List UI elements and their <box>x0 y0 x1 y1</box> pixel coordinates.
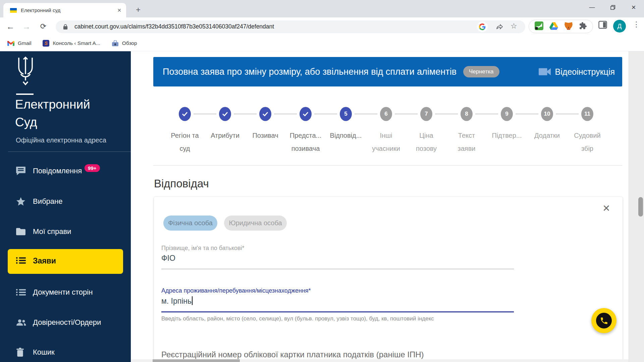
sidebar-item-favorites[interactable]: Вибране <box>0 193 131 209</box>
ukraine-flag-favicon <box>10 8 17 13</box>
list-icon <box>16 288 26 296</box>
side-panel-icon[interactable] <box>598 21 607 30</box>
bookmark-label: Gmail <box>18 40 31 46</box>
stepper-step-10[interactable]: 10 Додатки <box>527 107 567 142</box>
main-content: Позовна заява про зміну розміру, або зві… <box>131 51 644 362</box>
window-controls: — ✕ <box>582 0 644 15</box>
share-icon[interactable] <box>496 23 504 32</box>
vertical-scrollbar-thumb[interactable] <box>638 197 643 217</box>
address-underline <box>161 311 514 312</box>
stepper-step-11[interactable]: 11 Судовийзбір <box>567 107 607 155</box>
stepper-step-7[interactable]: 7 Цінапозову <box>406 107 446 155</box>
person-type-legal-button[interactable]: Юридична особа <box>224 216 287 231</box>
google-g-icon[interactable] <box>477 21 488 32</box>
text-cursor <box>192 296 193 305</box>
sidebar-item-label: Довіреності/Ордери <box>33 318 101 327</box>
person-type-physical-button[interactable]: Фізична особа <box>163 216 217 231</box>
bookmark-gmail[interactable]: Gmail <box>7 40 31 46</box>
address-input[interactable]: м. Ірпінь <box>161 296 193 306</box>
claim-banner: Позовна заява про зміну розміру, або зві… <box>153 57 622 86</box>
star-icon <box>16 196 26 206</box>
folder-icon <box>16 228 26 236</box>
logo-divider <box>16 94 34 95</box>
card-close-icon[interactable]: ✕ <box>602 203 610 214</box>
sidebar-item-label: Кошик <box>33 348 55 357</box>
gmail-icon <box>7 41 14 46</box>
forward-button[interactable]: → <box>21 21 32 32</box>
sidebar-item-messages[interactable]: Повідомлення99+ <box>0 163 131 179</box>
stepper-step-6[interactable]: 6 Іншіучасники <box>366 107 406 155</box>
url-text[interactable]: cabinet.court.gov.ua/claims/f32b4dd3510f… <box>74 23 274 30</box>
tab-title: Електронний суд <box>21 7 114 13</box>
sidebar-item-label: Мої справи <box>33 227 71 236</box>
extensions-group <box>529 20 593 33</box>
sidebar-item-label: Вибране <box>33 197 62 206</box>
bookmark-label: Консоль ‹ Smart A... <box>53 40 100 46</box>
google-drive-icon[interactable] <box>549 22 558 31</box>
smart-console-icon: S <box>43 40 49 47</box>
bookmark-obzor[interactable]: Обзор <box>112 40 137 47</box>
trash-icon <box>16 348 26 357</box>
fullname-input[interactable]: ФІО <box>161 254 175 263</box>
back-button[interactable]: ← <box>5 21 16 32</box>
restore-button[interactable] <box>602 0 623 15</box>
claim-title: Позовна заява про зміну розміру, або зві… <box>163 67 457 77</box>
new-tab-button[interactable]: + <box>133 5 144 15</box>
browser-tab-strip: Електронний суд ✕ + — ✕ <box>0 0 644 17</box>
people-icon <box>16 319 26 326</box>
app-window: Електронний суд ✕ + — ✕ ← → ⟳ cabinet.co… <box>0 0 644 362</box>
address-label: Адреса проживання/перебування/місцезнахо… <box>161 287 311 294</box>
bookmark-label: Обзор <box>122 40 137 46</box>
stepper-step-9[interactable]: 9 Підтвер... <box>487 107 527 142</box>
bookmark-smart-console[interactable]: S Консоль ‹ Smart A... <box>43 40 100 47</box>
stepper-step-8[interactable]: 8 Текстзаяви <box>446 107 487 155</box>
tab-close-icon[interactable]: ✕ <box>117 7 121 13</box>
close-window-button[interactable]: ✕ <box>623 0 644 15</box>
metamask-icon[interactable] <box>564 22 573 31</box>
app-title: Електронний Суд <box>15 96 90 131</box>
green-extension-icon[interactable] <box>535 21 543 32</box>
horizontal-scrollbar-thumb[interactable] <box>153 359 240 362</box>
stepper-step-5-current[interactable]: 5 Відповід... <box>326 107 366 142</box>
fullname-label: Прізвище, ім'я та по батькові* <box>161 245 245 252</box>
video-instruction-link[interactable]: Відеоінструкція <box>539 57 615 86</box>
sidebar-item-powers-of-attorney[interactable]: Довіреності/Ордери <box>0 314 131 330</box>
profile-avatar[interactable]: Д <box>613 20 626 33</box>
address-hint: Введіть область, район, місто (село, сел… <box>161 315 434 322</box>
browser-tab[interactable]: Електронний суд ✕ <box>3 3 126 17</box>
sidebar-item-trash[interactable]: Кошик <box>0 344 131 360</box>
check-icon <box>262 112 268 116</box>
puzzle-extensions-icon[interactable] <box>579 22 587 31</box>
browser-toolbar: ← → ⟳ cabinet.court.gov.ua/claims/f32b4d… <box>0 17 644 36</box>
check-icon <box>303 112 309 116</box>
restore-icon <box>610 5 615 10</box>
minimize-button[interactable]: — <box>582 0 602 15</box>
tryzub-logo <box>16 56 35 86</box>
stepper-step-4[interactable]: Предста...позивача <box>285 107 326 155</box>
toolbox-icon <box>112 40 119 47</box>
app-subtitle: Офіційна електронна адреса <box>16 136 106 144</box>
reload-button[interactable]: ⟳ <box>38 21 49 32</box>
sidebar-item-my-cases[interactable]: Мої справи <box>0 224 131 240</box>
section-title: Відповідач <box>154 177 209 190</box>
check-icon <box>182 112 188 116</box>
browser-menu-icon[interactable]: ⋮ <box>633 20 640 29</box>
chat-icon <box>16 166 26 176</box>
sidebar: Електронний Суд Офіційна електронна адре… <box>0 51 131 362</box>
lock-icon[interactable] <box>63 24 68 31</box>
phone-call-fab[interactable] <box>591 308 616 333</box>
sidebar-item-label: Повідомлення <box>33 167 82 175</box>
url-bar[interactable]: cabinet.court.gov.ua/claims/f32b4dd3510f… <box>56 20 525 33</box>
bookmark-star-icon[interactable]: ☆ <box>511 22 517 31</box>
bookmarks-bar: Gmail S Консоль ‹ Smart A... Обзор <box>0 36 644 51</box>
sidebar-item-claims-active[interactable]: Заяви <box>8 249 123 274</box>
stepper-divider <box>153 165 622 166</box>
stepper-step-2[interactable]: Атрибути <box>205 107 245 142</box>
stepper-step-3[interactable]: Позивач <box>245 107 285 142</box>
fullname-underline <box>161 269 514 269</box>
stepper-step-1[interactable]: Регіон тасуд <box>165 107 205 155</box>
horizontal-scrollbar-track[interactable] <box>131 359 629 362</box>
status-badge: Чернетка <box>463 66 499 77</box>
sidebar-item-party-documents[interactable]: Документи сторін <box>0 284 131 300</box>
video-instruction-label: Відеоінструкція <box>555 67 615 77</box>
